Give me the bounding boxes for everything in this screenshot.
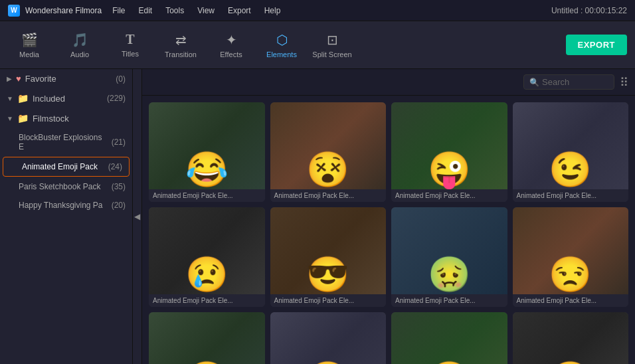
search-icon: 🔍: [529, 78, 539, 87]
emoji-2: 😵: [306, 152, 349, 187]
audio-label: Audio: [70, 50, 89, 58]
titles-label: Titles: [122, 50, 139, 58]
sidebar-item-filmstock[interactable]: ▼📁Filmstock: [0, 108, 132, 128]
grid-label-7: Animated Emoji Pack Ele...: [391, 294, 507, 307]
filmstock-label: Filmstock: [33, 114, 69, 124]
included-count: (229): [107, 94, 126, 103]
grid-thumb-10: 😠: [270, 312, 387, 364]
happythanksgiving-label: Happy Thanksgiving Pa: [19, 201, 103, 210]
favorite-label: Favorite: [25, 74, 56, 84]
splitscreen-icon: ⊡: [327, 32, 338, 48]
titlebar: W Wondershare Filmora FileEditToolsViewE…: [0, 0, 635, 21]
elements-grid: 😂Animated Emoji Pack Ele...😵Animated Emo…: [149, 102, 628, 364]
grid-thumb-12: 😤: [513, 312, 629, 364]
included-label: Included: [33, 94, 65, 104]
sidebar-item-parissketchbook[interactable]: Paris Sketchbook Pack(35): [0, 177, 132, 196]
filmstock-toggle-icon: ▼: [7, 115, 13, 122]
grid-thumb-7: 🤢: [391, 207, 507, 294]
sidebar-item-blockbuster[interactable]: BlockBuster Explosions E(21): [0, 128, 132, 156]
grid-item-1[interactable]: 😂Animated Emoji Pack Ele...: [149, 102, 265, 202]
emoji-8: 😒: [549, 257, 592, 292]
sidebar: ▶♥Favorite(0)▼📁Included(229)▼📁FilmstockB…: [0, 69, 133, 364]
grid-item-6[interactable]: 😎Animated Emoji Pack Ele...: [270, 207, 387, 307]
grid-item-3[interactable]: 😜Animated Emoji Pack Ele...: [391, 102, 507, 202]
app-logo: W: [8, 5, 20, 17]
grid-item-10[interactable]: 😠Animated Emoji Pack Ele...: [270, 312, 387, 364]
effects-label: Effects: [220, 50, 242, 58]
toolbar: 🎬Media🎵AudioTTitles⇄Transition✦Effects⬡E…: [0, 21, 635, 69]
grid-thumb-5: 😢: [149, 207, 265, 294]
export-button[interactable]: EXPORT: [566, 35, 627, 55]
grid-container: 😂Animated Emoji Pack Ele...😵Animated Emo…: [142, 96, 635, 364]
toolbar-item-effects[interactable]: ✦Effects: [207, 24, 255, 66]
menu-item-help[interactable]: Help: [259, 5, 286, 17]
toolbar-item-audio[interactable]: 🎵Audio: [56, 24, 104, 66]
emoji-7: 🤢: [428, 257, 471, 292]
emoji-5: 😢: [185, 257, 228, 292]
sidebar-item-included[interactable]: ▼📁Included(229): [0, 88, 132, 108]
emoji-10: 😠: [306, 362, 349, 364]
grid-item-11[interactable]: 😛Animated Emoji Pack Ele...: [391, 312, 507, 364]
grid-thumb-6: 😎: [270, 207, 387, 294]
folder-icon: 📁: [17, 93, 29, 104]
grid-label-6: Animated Emoji Pack Ele...: [270, 294, 387, 307]
menu-item-file[interactable]: File: [107, 5, 130, 17]
grid-thumb-9: 😮: [149, 312, 265, 364]
bg-photo-11: [391, 312, 507, 364]
transition-icon: ⇄: [175, 32, 187, 48]
emoji-11: 😛: [428, 362, 471, 364]
grid-thumb-1: 😂: [149, 102, 265, 189]
sidebar-collapse-button[interactable]: ◀: [133, 69, 142, 364]
happythanksgiving-count: (20): [112, 201, 126, 210]
sidebar-item-animatedemoji[interactable]: Animated Emoji Pack(24): [3, 157, 130, 177]
titlebar-left: W Wondershare Filmora FileEditToolsViewE…: [8, 5, 286, 17]
sidebar-item-favorite[interactable]: ▶♥Favorite(0): [0, 69, 132, 88]
toolbar-item-titles[interactable]: TTitles: [106, 24, 154, 66]
menu-bar: FileEditToolsViewExportHelp: [107, 5, 286, 17]
animatedemoji-count: (24): [108, 162, 122, 171]
menu-item-export[interactable]: Export: [223, 5, 256, 17]
grid-label-2: Animated Emoji Pack Ele...: [270, 189, 387, 202]
transition-label: Transition: [165, 50, 197, 58]
effects-icon: ✦: [226, 32, 237, 48]
content-area: 🔍 ⠿ 😂Animated Emoji Pack Ele...😵Animated…: [142, 69, 635, 364]
elements-label: Elements: [266, 50, 297, 58]
toolbar-item-media[interactable]: 🎬Media: [5, 24, 53, 66]
bg-photo-12: [513, 312, 629, 364]
grid-label-3: Animated Emoji Pack Ele...: [391, 189, 507, 202]
menu-item-tools[interactable]: Tools: [160, 5, 189, 17]
media-label: Media: [19, 50, 39, 58]
grid-item-5[interactable]: 😢Animated Emoji Pack Ele...: [149, 207, 265, 307]
bg-photo-9: [149, 312, 265, 364]
elements-icon: ⬡: [276, 32, 288, 48]
collapse-arrow-icon: ◀: [134, 212, 140, 221]
project-info: Untitled : 00:00:15:22: [551, 6, 627, 15]
menu-item-view[interactable]: View: [192, 5, 220, 17]
grid-label-4: Animated Emoji Pack Ele...: [513, 189, 629, 202]
app-name: Wondershare Filmora: [25, 6, 102, 15]
grid-item-2[interactable]: 😵Animated Emoji Pack Ele...: [270, 102, 387, 202]
search-wrapper[interactable]: 🔍: [523, 74, 614, 90]
search-input[interactable]: [542, 77, 608, 87]
grid-thumb-3: 😜: [391, 102, 507, 189]
favorite-count: (0): [116, 74, 126, 84]
media-icon: 🎬: [21, 32, 38, 48]
emoji-1: 😂: [185, 152, 228, 187]
sidebar-item-happythanksgiving[interactable]: Happy Thanksgiving Pa(20): [0, 196, 132, 215]
emoji-9: 😮: [185, 362, 228, 364]
toolbar-item-elements[interactable]: ⬡Elements: [258, 24, 306, 66]
bg-photo-10: [270, 312, 387, 364]
menu-item-edit[interactable]: Edit: [134, 5, 158, 17]
grid-item-4[interactable]: 😉Animated Emoji Pack Ele...: [513, 102, 629, 202]
grid-item-8[interactable]: 😒Animated Emoji Pack Ele...: [513, 207, 629, 307]
emoji-3: 😜: [428, 152, 471, 187]
heart-icon: ♥: [16, 74, 21, 84]
toolbar-item-transition[interactable]: ⇄Transition: [157, 24, 205, 66]
grid-item-7[interactable]: 🤢Animated Emoji Pack Ele...: [391, 207, 507, 307]
grid-label-1: Animated Emoji Pack Ele...: [149, 189, 265, 202]
toolbar-item-splitscreen[interactable]: ⊡Split Screen: [308, 24, 356, 66]
grid-view-icon[interactable]: ⠿: [620, 75, 628, 90]
grid-item-12[interactable]: 😤Animated Emoji Pack Ele...: [513, 312, 629, 364]
grid-thumb-8: 😒: [513, 207, 629, 294]
grid-item-9[interactable]: 😮Animated Emoji Pack Ele...: [149, 312, 265, 364]
